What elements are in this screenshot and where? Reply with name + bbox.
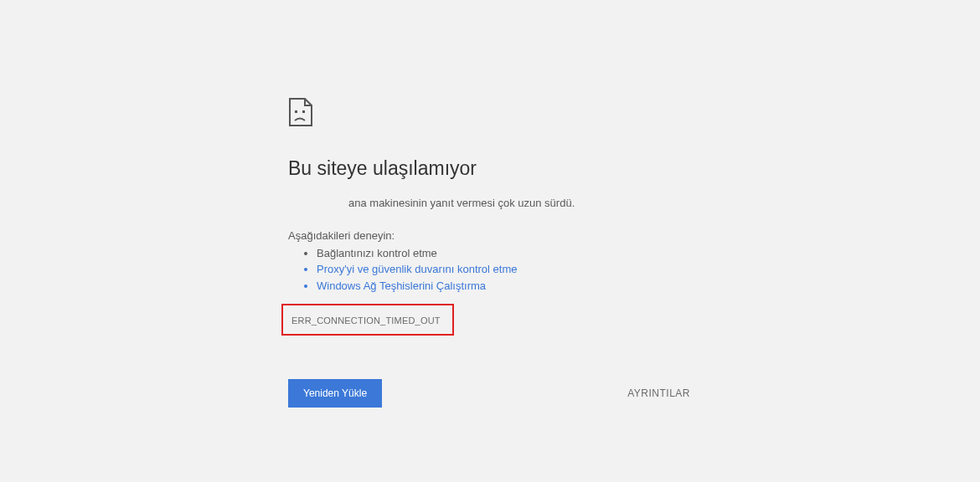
- details-button[interactable]: AYRINTILAR: [624, 379, 694, 408]
- error-code-highlight: ERR_CONNECTION_TIMED_OUT: [281, 304, 454, 336]
- suggestion-list: Bağlantınızı kontrol etme Proxy'yi ve gü…: [317, 245, 694, 295]
- suggestion-item: Bağlantınızı kontrol etme: [317, 245, 694, 262]
- error-subtitle: ana makinesinin yanıt vermesi çok uzun s…: [348, 196, 694, 211]
- suggestion-text: Bağlantınızı kontrol etme: [317, 247, 437, 259]
- suggestion-text[interactable]: Proxy'yi ve güvenlik duvarını kontrol et…: [317, 263, 517, 275]
- sad-page-icon: [288, 97, 694, 127]
- svg-rect-1: [302, 110, 305, 113]
- error-code: ERR_CONNECTION_TIMED_OUT: [291, 315, 441, 326]
- suggestion-text[interactable]: Windows Ağ Teşhislerini Çalıştırma: [317, 279, 486, 292]
- error-title: Bu siteye ulaşılamıyor: [288, 157, 694, 181]
- suggestion-item-link[interactable]: Proxy'yi ve güvenlik duvarını kontrol et…: [317, 261, 694, 278]
- error-page-content: Bu siteye ulaşılamıyor ana makinesinin y…: [288, 97, 694, 408]
- button-row: Yeniden Yükle AYRINTILAR: [288, 379, 694, 408]
- suggestion-item-link[interactable]: Windows Ağ Teşhislerini Çalıştırma: [317, 278, 694, 295]
- reload-button[interactable]: Yeniden Yükle: [288, 379, 382, 408]
- try-label: Aşağıdakileri deneyin:: [288, 229, 694, 242]
- svg-rect-0: [295, 110, 297, 113]
